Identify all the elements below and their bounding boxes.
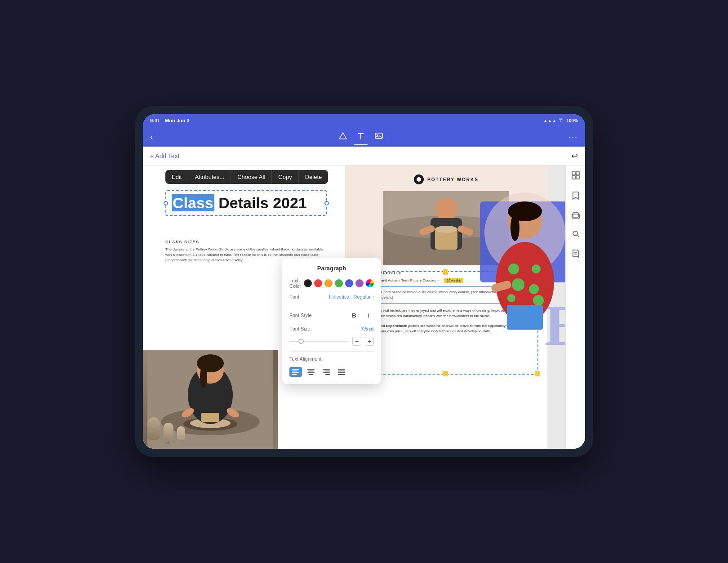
svg-rect-31 xyxy=(307,372,315,373)
divider-1 xyxy=(289,305,374,305)
panel-title: Paragraph xyxy=(289,265,374,272)
image-tool-icon[interactable] xyxy=(374,131,383,143)
layers-icon[interactable] xyxy=(571,211,580,221)
date: Mon Jun 3 xyxy=(165,118,189,123)
font-size-slider-row: − + xyxy=(289,337,374,346)
title-word-class: Class xyxy=(172,194,214,211)
svg-rect-28 xyxy=(292,374,297,375)
svg-rect-29 xyxy=(307,369,315,370)
swatch-green[interactable] xyxy=(335,279,343,287)
device-screen: 9:41 Mon Jun 3 ▲▲▲ 〒 100% ‹ xyxy=(143,114,585,449)
page-number: 02 xyxy=(165,441,170,445)
align-center-button[interactable] xyxy=(305,367,317,377)
svg-rect-34 xyxy=(324,371,330,371)
battery: 100% xyxy=(566,118,578,123)
svg-rect-30 xyxy=(308,371,314,371)
status-bar: 9:41 Mon Jun 3 ▲▲▲ 〒 100% xyxy=(143,114,585,127)
svg-rect-56 xyxy=(572,176,575,179)
font-size-increase[interactable]: + xyxy=(365,337,374,346)
swatch-orange[interactable] xyxy=(324,279,333,287)
title-area[interactable]: Class Details 2021 xyxy=(165,190,327,216)
swatch-purple[interactable] xyxy=(355,279,364,287)
selection-handle-bm[interactable] xyxy=(443,371,448,376)
attributes-menu-item[interactable]: Attributes... xyxy=(188,170,231,184)
choose-all-menu-item[interactable]: Choose All xyxy=(231,170,272,184)
session-schedule: SESSION SCHEDULE Spring, Summer and Autu… xyxy=(354,271,534,339)
svg-point-13 xyxy=(200,366,207,388)
undo-button[interactable]: ↩ xyxy=(571,151,578,161)
svg-rect-35 xyxy=(323,372,330,373)
pottery-logo: POTTERY WORKS xyxy=(414,174,479,184)
align-left-button[interactable] xyxy=(289,367,302,377)
canvas-area: Edit Attributes... Choose All Copy Delet… xyxy=(143,165,565,449)
align-justify-button[interactable] xyxy=(335,367,348,377)
book-icon[interactable] xyxy=(572,249,579,260)
letter-e-decoration: E xyxy=(544,296,565,354)
add-text-button[interactable]: + Add Text xyxy=(150,152,180,160)
intermediates-item: Intermediates and Experienced potters ar… xyxy=(354,323,534,334)
main-content: Edit Attributes... Choose All Copy Delet… xyxy=(143,165,585,449)
copy-menu-item[interactable]: Copy xyxy=(272,170,298,184)
align-right-button[interactable] xyxy=(320,367,333,377)
font-size-value: 7.5 pt xyxy=(361,326,374,331)
home-indicator xyxy=(337,445,391,447)
font-selector[interactable]: Helvetica · Regular › xyxy=(329,294,374,299)
status-bar-left: 9:41 Mon Jun 3 xyxy=(150,118,189,123)
delete-menu-item[interactable]: Delete xyxy=(299,170,328,184)
edit-menu-item[interactable]: Edit xyxy=(165,170,188,184)
svg-rect-39 xyxy=(338,372,345,373)
svg-rect-54 xyxy=(572,172,575,175)
svg-rect-15 xyxy=(201,413,219,422)
back-button[interactable]: ‹ xyxy=(150,132,153,142)
pottery-photo-right xyxy=(383,191,509,265)
class-sizes-label: CLASS SIZES xyxy=(165,240,327,244)
svg-line-61 xyxy=(577,235,579,237)
svg-point-19 xyxy=(435,198,457,220)
selection-handle-tr[interactable] xyxy=(535,269,540,275)
nav-bar: ‹ xyxy=(143,127,585,147)
device-frame: 9:41 Mon Jun 3 ▲▲▲ 〒 100% ‹ xyxy=(135,106,593,457)
swatch-blue[interactable] xyxy=(345,279,353,287)
beginners-item: Beginners will learn all the basics on a… xyxy=(354,286,534,304)
add-text-label: + Add Text xyxy=(150,152,180,160)
text-tool-icon[interactable] xyxy=(356,131,365,143)
svg-rect-55 xyxy=(576,172,579,175)
bookmark-icon[interactable] xyxy=(572,191,579,202)
schedule-row: Spring, Summer and Autumn Term Pottery C… xyxy=(354,278,534,283)
toolbar: + Add Text ↩ xyxy=(143,147,585,165)
right-sidebar xyxy=(565,165,585,449)
svg-rect-25 xyxy=(292,369,299,370)
swatch-black[interactable] xyxy=(304,279,312,287)
svg-rect-32 xyxy=(309,374,313,375)
pottery-name: POTTERY WORKS xyxy=(427,177,479,182)
text-color-label: Text Color xyxy=(289,278,304,289)
title-rest: Details 2021 xyxy=(214,194,307,211)
vases-decoration xyxy=(147,417,185,440)
more-button[interactable]: ··· xyxy=(568,132,578,142)
font-row: Font Helvetica · Regular › xyxy=(289,294,374,299)
time: 9:41 xyxy=(150,118,160,123)
pink-header: POTTERY WORKS xyxy=(345,165,547,264)
font-arrow-icon: › xyxy=(373,295,374,299)
swatch-red[interactable] xyxy=(314,279,322,287)
selection-handle-mr[interactable] xyxy=(535,320,540,326)
shape-tool-icon[interactable] xyxy=(338,131,347,143)
svg-rect-38 xyxy=(338,371,345,371)
font-size-slider[interactable] xyxy=(289,341,349,342)
swatch-multi[interactable] xyxy=(366,279,374,287)
selection-handle-br[interactable] xyxy=(535,371,540,376)
font-size-decrease[interactable]: − xyxy=(352,337,361,346)
svg-point-60 xyxy=(573,231,577,236)
divider-2 xyxy=(289,351,374,352)
grid-icon[interactable] xyxy=(571,171,580,182)
svg-point-3 xyxy=(377,134,378,135)
search-icon[interactable] xyxy=(572,230,580,240)
color-swatches xyxy=(304,279,374,287)
italic-button[interactable]: I xyxy=(363,310,374,321)
pottery-inner xyxy=(417,177,421,182)
font-style-label: Font Style xyxy=(289,313,312,318)
bold-button[interactable]: B xyxy=(349,310,360,321)
svg-rect-1 xyxy=(360,133,361,139)
title-handle-left xyxy=(164,201,168,206)
svg-rect-57 xyxy=(576,176,579,179)
